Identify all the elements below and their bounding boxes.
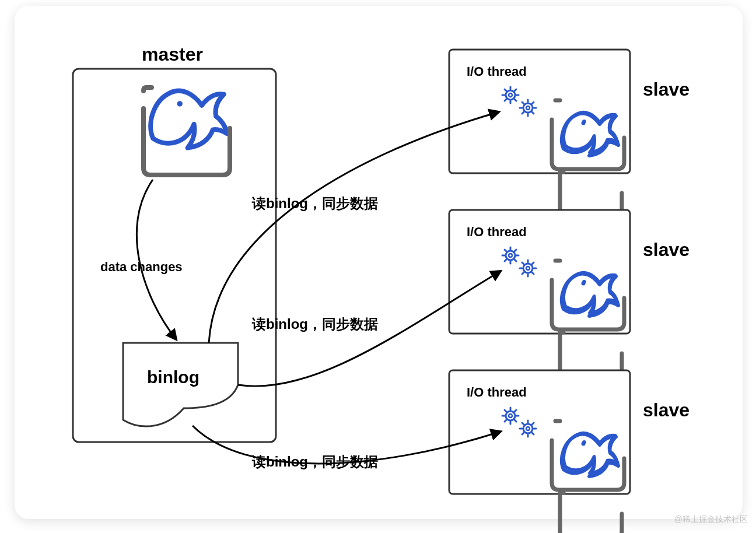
binlog-label: binlog xyxy=(147,367,200,387)
slave-title-1: slave xyxy=(643,79,690,100)
io-thread-label-1: I/O thread xyxy=(467,64,527,79)
arrow-label-3: 读binlog，同步数据 xyxy=(252,453,378,471)
arrow-label-1: 读binlog，同步数据 xyxy=(252,194,378,213)
data-changes-label: data changes xyxy=(100,260,183,275)
watermark: @稀土掘金技术社区 xyxy=(674,514,748,525)
slave-title-3: slave xyxy=(643,399,690,421)
io-thread-label-3: I/O thread xyxy=(467,385,527,400)
arrow-label-2: 读binlog，同步数据 xyxy=(252,315,378,334)
io-thread-label-2: I/O thread xyxy=(467,225,527,240)
slave-title-2: slave xyxy=(643,239,690,261)
master-title: master xyxy=(142,44,203,65)
